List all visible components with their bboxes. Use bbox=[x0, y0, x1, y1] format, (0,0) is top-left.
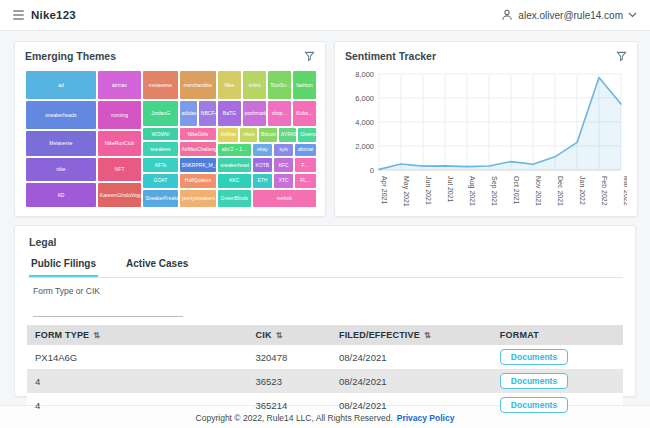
treemap-tile[interactable]: GOAT bbox=[142, 173, 178, 188]
treemap-tile[interactable]: JordanG bbox=[142, 100, 178, 127]
treemap-tile[interactable]: GreenBlinds bbox=[217, 189, 251, 208]
treemap-tile[interactable]: poshmark bbox=[242, 100, 268, 127]
treemap-tile[interactable]: sneakerheads bbox=[25, 100, 97, 130]
copyright-text: Copyright © 2022, Rule14 LLC, All Rights… bbox=[196, 413, 393, 423]
svg-text:0: 0 bbox=[370, 166, 374, 175]
treemap-tile[interactable]: snkrs bbox=[242, 70, 268, 100]
table-row: 43652308/24/2021Documents bbox=[27, 369, 623, 393]
privacy-policy-link[interactable]: Privacy Policy bbox=[397, 413, 455, 423]
treemap-tile[interactable]: running bbox=[97, 100, 143, 130]
documents-button[interactable]: Documents bbox=[500, 397, 568, 413]
column-header-filed-effective[interactable]: FILED/EFFECTIVE⇅ bbox=[331, 325, 492, 345]
x-axis-label: Mar 2022 bbox=[623, 176, 628, 206]
user-email: alex.oliver@rule14.com bbox=[518, 10, 623, 21]
treemap-tile[interactable]: nike bbox=[25, 157, 97, 182]
treemap-tile[interactable]: abc'2 – 1… bbox=[217, 143, 251, 158]
treemap-tile[interactable]: Metaverse bbox=[25, 130, 97, 157]
form-cik-input[interactable] bbox=[33, 303, 183, 317]
treemap-tile[interactable]: XTC bbox=[273, 173, 294, 188]
treemap-tile[interactable]: merchandise bbox=[179, 70, 218, 100]
themes-treemap: adsneakerheadsMetaversenikeADairmaxrunni… bbox=[25, 70, 317, 208]
chevron-down-icon bbox=[628, 12, 637, 18]
tab-active-cases[interactable]: Active Cases bbox=[124, 254, 190, 277]
column-header-form-type[interactable]: FORM TYPE⇅ bbox=[27, 325, 248, 345]
menu-icon[interactable] bbox=[13, 10, 24, 20]
x-axis-label: Oct 2021 bbox=[513, 176, 520, 205]
treemap-tile[interactable]: adidas bbox=[179, 100, 198, 127]
treemap-tile[interactable]: Bitcoin bbox=[258, 127, 278, 142]
treemap-tile[interactable]: FL… bbox=[294, 173, 317, 188]
treemap-tile[interactable]: ebay bbox=[252, 143, 274, 158]
cell-filed-effective: 08/24/2021 bbox=[331, 369, 492, 393]
treemap-tile[interactable]: yeezysneakers bbox=[179, 189, 218, 208]
brand-title: Nike123 bbox=[31, 9, 76, 21]
treemap-tile[interactable]: Kicks… bbox=[292, 100, 317, 127]
treemap-tile[interactable]: ad bbox=[25, 70, 97, 100]
sort-icon: ⇅ bbox=[424, 331, 431, 340]
tab-public-filings[interactable]: Public Filings bbox=[29, 254, 98, 277]
treemap-tile[interactable]: KKC bbox=[217, 173, 251, 188]
cell-format: Documents bbox=[492, 345, 623, 369]
emerging-themes-title: Emerging Themes bbox=[25, 50, 116, 62]
treemap-tile[interactable]: abonat bbox=[294, 143, 317, 158]
x-axis-label: Feb 2022 bbox=[601, 176, 608, 206]
treemap-tile[interactable]: NikeGirls bbox=[179, 127, 218, 141]
table-row: PX14A6G32047808/24/2021Documents bbox=[27, 345, 623, 369]
treemap-tile[interactable]: AD bbox=[25, 182, 97, 208]
cell-form-type: 4 bbox=[27, 369, 248, 393]
x-axis-label: Apr 2021 bbox=[380, 176, 388, 205]
treemap-tile[interactable]: HalfQuakes bbox=[179, 173, 218, 188]
x-axis-label: Jan 2022 bbox=[579, 176, 586, 205]
treemap-tile[interactable]: metaverse bbox=[142, 70, 178, 100]
cell-filed-effective: 08/24/2021 bbox=[331, 345, 492, 369]
treemap-tile[interactable]: KFC bbox=[273, 157, 294, 173]
x-axis-label: Jul 2021 bbox=[447, 176, 454, 203]
x-axis-label: Dec 2021 bbox=[557, 176, 564, 206]
sentiment-chart: 02,0004,0006,0008,000Apr 2021May 2021Jun… bbox=[345, 66, 627, 208]
legal-card: Legal Public FilingsActive Cases Form Ty… bbox=[14, 225, 636, 397]
svg-text:4,000: 4,000 bbox=[355, 118, 374, 127]
treemap-tile[interactable]: TourSn… bbox=[267, 70, 292, 100]
filter-icon[interactable] bbox=[616, 51, 627, 62]
treemap-tile[interactable]: F… bbox=[294, 157, 317, 173]
svg-text:8,000: 8,000 bbox=[355, 70, 374, 79]
filings-table: FORM TYPE⇅CIK⇅FILED/EFFECTIVE⇅FORMAT PX1… bbox=[27, 325, 623, 417]
treemap-tile[interactable]: BaTG bbox=[217, 100, 242, 127]
sentiment-title: Sentiment Tracker bbox=[345, 50, 436, 62]
treemap-tile[interactable]: AirMaxChallenge bbox=[179, 141, 218, 157]
treemap-tile[interactable]: WOMNI bbox=[142, 127, 178, 141]
treemap-tile[interactable]: sneakerhead bbox=[217, 157, 251, 173]
treemap-tile[interactable]: NFT bbox=[97, 157, 143, 182]
documents-button[interactable]: Documents bbox=[500, 349, 568, 365]
treemap-tile[interactable]: Nike bbox=[217, 70, 242, 100]
treemap-tile[interactable]: kyiv bbox=[273, 143, 294, 158]
user-menu[interactable]: alex.oliver@rule14.com bbox=[501, 9, 637, 21]
treemap-tile[interactable]: reebok bbox=[252, 189, 317, 208]
treemap-tile[interactable]: nikes bbox=[239, 127, 258, 142]
legal-tabs: Public FilingsActive Cases bbox=[27, 254, 623, 278]
treemap-tile[interactable]: NikeRunClub bbox=[97, 130, 143, 157]
x-axis-label: Sep 2021 bbox=[490, 176, 498, 206]
column-header-cik[interactable]: CIK⇅ bbox=[248, 325, 331, 345]
treemap-tile[interactable]: ETH bbox=[252, 173, 274, 188]
treemap-tile[interactable]: Givenchy bbox=[297, 127, 317, 142]
treemap-tile[interactable]: NFTs bbox=[142, 157, 178, 173]
treemap-tile[interactable]: SneakerFreakerTeam bbox=[142, 189, 178, 208]
treemap-tile[interactable]: sneakers bbox=[142, 141, 178, 157]
treemap-tile[interactable]: SNKRPRK_M_G bbox=[179, 157, 218, 173]
sentiment-card: Sentiment Tracker 02,0004,0006,0008,000A… bbox=[334, 41, 638, 217]
x-axis-label: Nov 2021 bbox=[535, 176, 542, 206]
treemap-tile[interactable]: fashion bbox=[292, 70, 317, 100]
treemap-tile[interactable]: AirMax bbox=[217, 127, 239, 142]
treemap-tile[interactable]: NBCF+ bbox=[198, 100, 217, 127]
cell-form-type: PX14A6G bbox=[27, 345, 248, 369]
cell-format: Documents bbox=[492, 369, 623, 393]
emerging-themes-card: Emerging Themes adsneakerheadsMetaversen… bbox=[14, 41, 326, 217]
treemap-tile[interactable]: KOTB bbox=[252, 157, 274, 173]
treemap-tile[interactable]: AYRAS bbox=[278, 127, 297, 142]
documents-button[interactable]: Documents bbox=[500, 373, 568, 389]
treemap-tile[interactable]: shop… bbox=[267, 100, 292, 127]
treemap-tile[interactable]: KareemGinduVogue bbox=[97, 182, 143, 208]
filter-icon[interactable] bbox=[304, 51, 315, 62]
treemap-tile[interactable]: airmax bbox=[97, 70, 143, 100]
